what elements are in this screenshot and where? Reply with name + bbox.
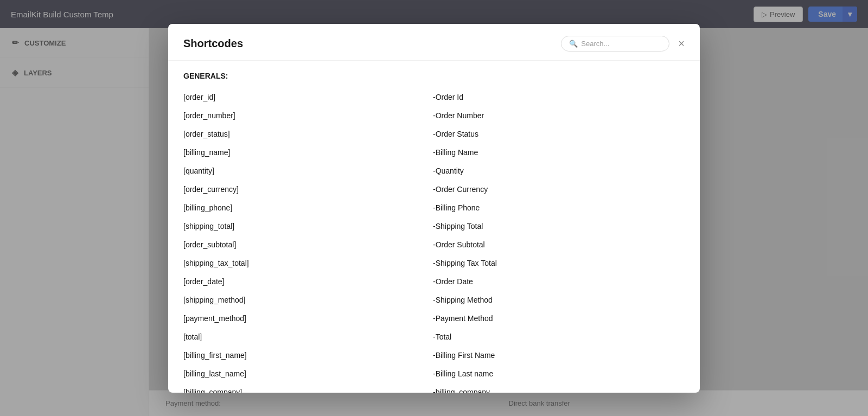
shortcode-key: [payment_method] <box>183 314 433 323</box>
shortcode-value: -billing_company <box>433 388 490 393</box>
shortcode-row: [order_status]-Order Status <box>183 125 685 143</box>
shortcode-value: -Shipping Tax Total <box>433 259 497 267</box>
shortcode-value: -Order Id <box>433 93 463 101</box>
shortcode-key: [shipping_total] <box>183 222 433 231</box>
shortcode-value: -Billing Name <box>433 148 478 157</box>
section-label: GENERALS: <box>183 72 685 80</box>
shortcode-row: [shipping_tax_total]-Shipping Tax Total <box>183 254 685 272</box>
shortcode-row: [order_date]-Order Date <box>183 272 685 291</box>
shortcode-key: [billing_name] <box>183 148 433 157</box>
shortcode-row: [shipping_total]-Shipping Total <box>183 217 685 235</box>
shortcode-row: [billing_name]-Billing Name <box>183 143 685 162</box>
shortcode-row: [quantity]-Quantity <box>183 162 685 180</box>
shortcode-row: [total]-Total <box>183 328 685 346</box>
shortcode-key: [shipping_tax_total] <box>183 259 433 267</box>
shortcode-value: -Payment Method <box>433 314 493 323</box>
modal-overlay[interactable]: Shortcodes 🔍 Search... × GENERALS: [orde… <box>0 0 868 416</box>
shortcode-value: -Order Currency <box>433 185 488 194</box>
shortcode-row: [payment_method]-Payment Method <box>183 309 685 328</box>
shortcode-key: [order_currency] <box>183 185 433 194</box>
shortcodes-modal: Shortcodes 🔍 Search... × GENERALS: [orde… <box>168 24 700 393</box>
modal-title: Shortcodes <box>183 37 243 50</box>
shortcode-row: [order_id]-Order Id <box>183 88 685 106</box>
shortcode-row: [order_subtotal]-Order Subtotal <box>183 235 685 254</box>
shortcode-row: [billing_first_name]-Billing First Name <box>183 346 685 364</box>
shortcode-value: -Billing First Name <box>433 351 495 360</box>
shortcode-key: [order_status] <box>183 130 433 138</box>
search-box[interactable]: 🔍 Search... <box>561 36 669 52</box>
shortcode-key: [shipping_method] <box>183 296 433 304</box>
shortcode-value: -Shipping Method <box>433 296 493 304</box>
shortcode-row: [billing_last_name]-Billing Last name <box>183 364 685 383</box>
shortcode-key: [billing_first_name] <box>183 351 433 360</box>
shortcode-key: [order_number] <box>183 111 433 120</box>
search-icon: 🔍 <box>569 40 578 48</box>
shortcode-value: -Total <box>433 332 451 341</box>
shortcode-value: -Billing Phone <box>433 203 480 212</box>
shortcode-key: [total] <box>183 332 433 341</box>
shortcode-key: [order_id] <box>183 93 433 101</box>
shortcode-value: -Shipping Total <box>433 222 483 231</box>
shortcode-key: [quantity] <box>183 167 433 175</box>
shortcode-key: [billing_phone] <box>183 203 433 212</box>
shortcode-row: [shipping_method]-Shipping Method <box>183 291 685 309</box>
shortcode-value: -Quantity <box>433 167 464 175</box>
shortcode-row: [order_number]-Order Number <box>183 106 685 125</box>
shortcode-key: [order_subtotal] <box>183 240 433 249</box>
shortcode-row: [billing_phone]-Billing Phone <box>183 199 685 217</box>
shortcode-key: [billing_last_name] <box>183 369 433 378</box>
shortcode-value: -Billing Last name <box>433 369 493 378</box>
modal-body: GENERALS: [order_id]-Order Id[order_numb… <box>168 61 700 393</box>
shortcode-key: [order_date] <box>183 277 433 286</box>
shortcode-value: -Order Date <box>433 277 473 286</box>
modal-header: Shortcodes 🔍 Search... × <box>168 24 700 61</box>
shortcode-key: [billing_company] <box>183 388 433 393</box>
shortcodes-list: [order_id]-Order Id[order_number]-Order … <box>183 88 685 393</box>
shortcode-row: [order_currency]-Order Currency <box>183 180 685 199</box>
modal-header-right: 🔍 Search... × <box>561 36 685 52</box>
shortcode-value: -Order Status <box>433 130 478 138</box>
shortcode-row: [billing_company]-billing_company <box>183 383 685 393</box>
shortcode-value: -Order Number <box>433 111 484 120</box>
close-button[interactable]: × <box>678 38 685 49</box>
shortcode-value: -Order Subtotal <box>433 240 485 249</box>
